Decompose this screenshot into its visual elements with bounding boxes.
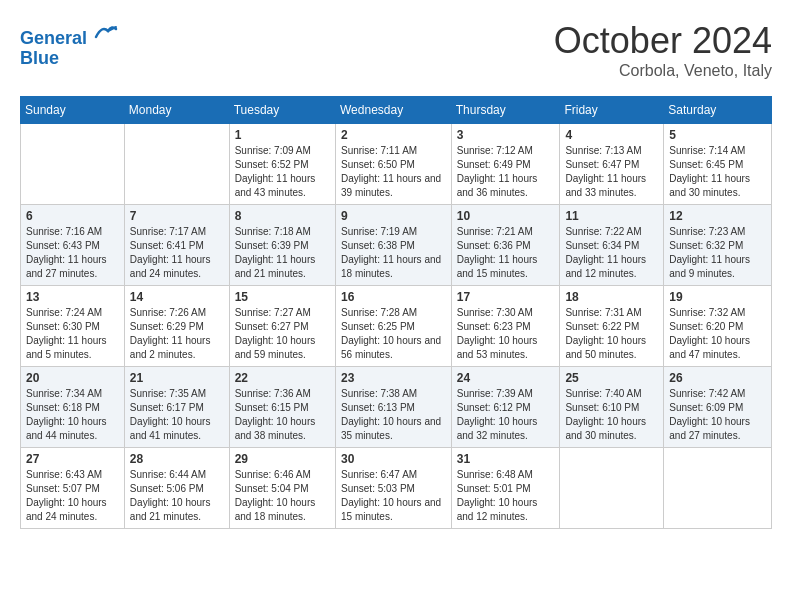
day-number: 23 [341,371,446,385]
calendar-week-row: 1Sunrise: 7:09 AMSunset: 6:52 PMDaylight… [21,124,772,205]
day-number: 30 [341,452,446,466]
day-number: 10 [457,209,555,223]
calendar-cell: 15Sunrise: 7:27 AMSunset: 6:27 PMDayligh… [229,286,335,367]
day-content: Sunrise: 7:21 AMSunset: 6:36 PMDaylight:… [457,225,555,281]
day-number: 19 [669,290,766,304]
weekday-header: Monday [124,97,229,124]
day-number: 21 [130,371,224,385]
day-number: 2 [341,128,446,142]
day-number: 18 [565,290,658,304]
calendar-week-row: 20Sunrise: 7:34 AMSunset: 6:18 PMDayligh… [21,367,772,448]
calendar-cell: 4Sunrise: 7:13 AMSunset: 6:47 PMDaylight… [560,124,664,205]
day-content: Sunrise: 7:30 AMSunset: 6:23 PMDaylight:… [457,306,555,362]
day-content: Sunrise: 7:26 AMSunset: 6:29 PMDaylight:… [130,306,224,362]
location-subtitle: Corbola, Veneto, Italy [554,62,772,80]
day-number: 29 [235,452,330,466]
day-number: 15 [235,290,330,304]
day-number: 16 [341,290,446,304]
day-number: 17 [457,290,555,304]
calendar-cell: 13Sunrise: 7:24 AMSunset: 6:30 PMDayligh… [21,286,125,367]
page-header: General Blue October 2024 Corbola, Venet… [20,20,772,80]
calendar-week-row: 6Sunrise: 7:16 AMSunset: 6:43 PMDaylight… [21,205,772,286]
calendar-cell: 6Sunrise: 7:16 AMSunset: 6:43 PMDaylight… [21,205,125,286]
day-content: Sunrise: 7:34 AMSunset: 6:18 PMDaylight:… [26,387,119,443]
day-content: Sunrise: 7:31 AMSunset: 6:22 PMDaylight:… [565,306,658,362]
calendar-cell: 14Sunrise: 7:26 AMSunset: 6:29 PMDayligh… [124,286,229,367]
day-number: 24 [457,371,555,385]
calendar-cell [124,124,229,205]
day-number: 13 [26,290,119,304]
logo-bird-icon [94,20,118,44]
calendar-cell: 22Sunrise: 7:36 AMSunset: 6:15 PMDayligh… [229,367,335,448]
weekday-header: Friday [560,97,664,124]
title-block: October 2024 Corbola, Veneto, Italy [554,20,772,80]
day-content: Sunrise: 7:36 AMSunset: 6:15 PMDaylight:… [235,387,330,443]
weekday-header: Sunday [21,97,125,124]
calendar-cell: 2Sunrise: 7:11 AMSunset: 6:50 PMDaylight… [336,124,452,205]
calendar-cell: 30Sunrise: 6:47 AMSunset: 5:03 PMDayligh… [336,448,452,529]
day-number: 7 [130,209,224,223]
day-content: Sunrise: 7:12 AMSunset: 6:49 PMDaylight:… [457,144,555,200]
calendar-cell [21,124,125,205]
calendar-week-row: 27Sunrise: 6:43 AMSunset: 5:07 PMDayligh… [21,448,772,529]
calendar-cell: 7Sunrise: 7:17 AMSunset: 6:41 PMDaylight… [124,205,229,286]
weekday-header: Thursday [451,97,560,124]
day-content: Sunrise: 7:35 AMSunset: 6:17 PMDaylight:… [130,387,224,443]
day-number: 1 [235,128,330,142]
day-number: 14 [130,290,224,304]
day-number: 25 [565,371,658,385]
day-number: 12 [669,209,766,223]
day-content: Sunrise: 7:39 AMSunset: 6:12 PMDaylight:… [457,387,555,443]
calendar-cell [664,448,772,529]
day-content: Sunrise: 7:13 AMSunset: 6:47 PMDaylight:… [565,144,658,200]
calendar-cell: 11Sunrise: 7:22 AMSunset: 6:34 PMDayligh… [560,205,664,286]
day-content: Sunrise: 7:23 AMSunset: 6:32 PMDaylight:… [669,225,766,281]
day-number: 9 [341,209,446,223]
day-content: Sunrise: 6:43 AMSunset: 5:07 PMDaylight:… [26,468,119,524]
calendar-cell: 1Sunrise: 7:09 AMSunset: 6:52 PMDaylight… [229,124,335,205]
weekday-header-row: SundayMondayTuesdayWednesdayThursdayFrid… [21,97,772,124]
day-number: 28 [130,452,224,466]
calendar-cell: 31Sunrise: 6:48 AMSunset: 5:01 PMDayligh… [451,448,560,529]
logo: General Blue [20,20,118,69]
calendar-cell: 3Sunrise: 7:12 AMSunset: 6:49 PMDaylight… [451,124,560,205]
day-content: Sunrise: 7:27 AMSunset: 6:27 PMDaylight:… [235,306,330,362]
calendar-cell: 19Sunrise: 7:32 AMSunset: 6:20 PMDayligh… [664,286,772,367]
day-content: Sunrise: 6:47 AMSunset: 5:03 PMDaylight:… [341,468,446,524]
weekday-header: Saturday [664,97,772,124]
calendar-cell: 10Sunrise: 7:21 AMSunset: 6:36 PMDayligh… [451,205,560,286]
weekday-header: Wednesday [336,97,452,124]
logo-blue: Blue [20,48,59,68]
calendar-week-row: 13Sunrise: 7:24 AMSunset: 6:30 PMDayligh… [21,286,772,367]
calendar-cell: 28Sunrise: 6:44 AMSunset: 5:06 PMDayligh… [124,448,229,529]
day-content: Sunrise: 7:09 AMSunset: 6:52 PMDaylight:… [235,144,330,200]
calendar-cell: 23Sunrise: 7:38 AMSunset: 6:13 PMDayligh… [336,367,452,448]
calendar-cell: 5Sunrise: 7:14 AMSunset: 6:45 PMDaylight… [664,124,772,205]
calendar-cell: 24Sunrise: 7:39 AMSunset: 6:12 PMDayligh… [451,367,560,448]
day-number: 8 [235,209,330,223]
day-number: 20 [26,371,119,385]
day-number: 3 [457,128,555,142]
day-content: Sunrise: 7:17 AMSunset: 6:41 PMDaylight:… [130,225,224,281]
day-content: Sunrise: 6:44 AMSunset: 5:06 PMDaylight:… [130,468,224,524]
day-content: Sunrise: 6:48 AMSunset: 5:01 PMDaylight:… [457,468,555,524]
calendar-cell: 29Sunrise: 6:46 AMSunset: 5:04 PMDayligh… [229,448,335,529]
day-content: Sunrise: 7:19 AMSunset: 6:38 PMDaylight:… [341,225,446,281]
day-number: 22 [235,371,330,385]
day-content: Sunrise: 7:24 AMSunset: 6:30 PMDaylight:… [26,306,119,362]
calendar-cell: 17Sunrise: 7:30 AMSunset: 6:23 PMDayligh… [451,286,560,367]
day-content: Sunrise: 7:16 AMSunset: 6:43 PMDaylight:… [26,225,119,281]
day-number: 11 [565,209,658,223]
weekday-header: Tuesday [229,97,335,124]
calendar-cell: 12Sunrise: 7:23 AMSunset: 6:32 PMDayligh… [664,205,772,286]
day-number: 26 [669,371,766,385]
logo-general: General [20,28,87,48]
calendar-cell: 8Sunrise: 7:18 AMSunset: 6:39 PMDaylight… [229,205,335,286]
day-content: Sunrise: 7:22 AMSunset: 6:34 PMDaylight:… [565,225,658,281]
calendar-table: SundayMondayTuesdayWednesdayThursdayFrid… [20,96,772,529]
calendar-cell: 27Sunrise: 6:43 AMSunset: 5:07 PMDayligh… [21,448,125,529]
day-content: Sunrise: 7:28 AMSunset: 6:25 PMDaylight:… [341,306,446,362]
month-title: October 2024 [554,20,772,62]
calendar-cell [560,448,664,529]
calendar-cell: 26Sunrise: 7:42 AMSunset: 6:09 PMDayligh… [664,367,772,448]
